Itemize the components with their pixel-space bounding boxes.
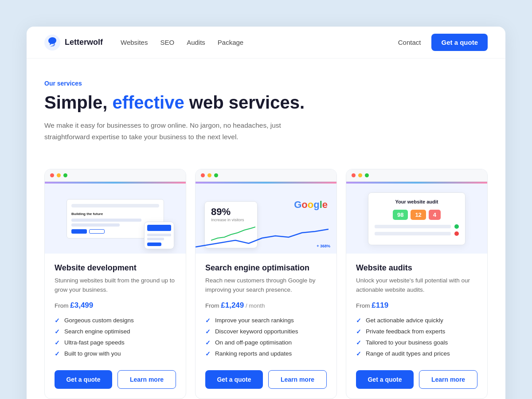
list-item: ✓Discover keyword opportunities <box>205 328 327 335</box>
hero-description: We make it easy for businesses to grow o… <box>44 120 293 142</box>
card3-features: ✓Get actionable advice quickly ✓Private … <box>356 317 477 361</box>
card3-cta-secondary[interactable]: Learn more <box>419 370 477 389</box>
logo[interactable]: Letterwolf <box>44 35 103 51</box>
card2-seo-mockup: 89% Increase in visitors Google + 368% <box>196 184 336 254</box>
card1-desc: Stunning websites built from the ground … <box>55 276 176 295</box>
card1-actions: Get a quote Learn more <box>55 370 176 389</box>
audit-scores: 98 12 4 <box>375 210 459 220</box>
browser-bar-3 <box>346 169 487 182</box>
card1-title: Website development <box>55 263 176 273</box>
hero-title: Simple, effective web services. <box>44 92 488 113</box>
check-icon: ✓ <box>356 350 361 357</box>
check-icon: ✓ <box>356 328 361 335</box>
check-icon: ✓ <box>55 328 60 335</box>
nav-seo[interactable]: SEO <box>160 39 174 46</box>
list-item: ✓Improve your search rankings <box>205 317 327 324</box>
dot-green-2 <box>214 173 218 177</box>
card3-price-val: £119 <box>372 301 388 309</box>
card3-audit-mockup: Your website audit 98 12 4 <box>346 184 487 254</box>
audit-title: Your website audit <box>375 199 459 204</box>
audit-dot-red <box>454 231 459 236</box>
card3-cta-primary[interactable]: Get a quote <box>356 370 414 389</box>
card1-browser-mockup: Building the future <box>45 184 186 254</box>
seo-change: + 368% <box>317 244 330 248</box>
card2-features: ✓Improve your search rankings ✓Discover … <box>205 317 327 361</box>
card3-body: Website audits Unlock your website's ful… <box>346 254 487 399</box>
seo-sub: Increase in visitors <box>211 218 251 222</box>
list-item: ✓Range of audit types and prices <box>356 350 477 357</box>
check-icon: ✓ <box>205 350 211 357</box>
list-item: ✓Search engine optimised <box>55 328 176 335</box>
check-icon: ✓ <box>356 317 361 324</box>
card3-desc: Unlock your website's full potential wit… <box>356 276 477 295</box>
nav-contact[interactable]: Contact <box>398 39 421 46</box>
dot-yellow-2 <box>207 173 211 177</box>
hero-section: Our services Simple, effective web servi… <box>27 59 505 156</box>
google-logo: Google <box>294 199 328 211</box>
check-icon: ✓ <box>55 317 60 324</box>
section-label: Our services <box>44 80 488 87</box>
seo-pct: 89% <box>211 206 251 218</box>
score-orange: 12 <box>411 210 426 220</box>
brand-name: Letterwolf <box>65 38 103 47</box>
url-bar <box>71 204 159 207</box>
card2-actions: Get a quote Learn more <box>205 370 327 389</box>
audit-card: Your website audit 98 12 4 <box>368 192 466 245</box>
dot-red-1 <box>50 173 54 177</box>
list-item: ✓Built to grow with you <box>55 350 176 357</box>
card2-cta-secondary[interactable]: Learn more <box>268 370 327 389</box>
nav-right: Contact Get a quote <box>398 34 488 51</box>
card1-cta-secondary[interactable]: Learn more <box>117 370 176 389</box>
list-item: ✓Get actionable advice quickly <box>356 317 477 324</box>
dot-green-1 <box>63 173 67 177</box>
card-audits: Your website audit 98 12 4 <box>346 169 488 399</box>
card-seo: 89% Increase in visitors Google + 368% <box>195 169 337 399</box>
logo-icon <box>44 35 60 51</box>
card2-cta-primary[interactable]: Get a quote <box>205 370 263 389</box>
hero-title-plain: Simple, <box>44 93 107 112</box>
hero-title-accent: effective <box>112 93 184 112</box>
check-icon: ✓ <box>55 350 60 357</box>
dot-green-3 <box>365 173 369 177</box>
check-icon: ✓ <box>205 328 211 335</box>
card1-body: Website development Stunning websites bu… <box>45 254 186 399</box>
nav-audits[interactable]: Audits <box>187 39 205 46</box>
audit-row-1 <box>375 224 459 229</box>
card1-cta-primary[interactable]: Get a quote <box>55 370 112 389</box>
nav-links: Websites SEO Audits Package <box>121 39 398 46</box>
nav-cta-button[interactable]: Get a quote <box>431 34 488 51</box>
dot-red-3 <box>352 173 356 177</box>
hero-title-end: web services. <box>189 93 305 112</box>
card3-price: From £119 <box>356 301 477 310</box>
list-item: ✓Ranking reports and updates <box>205 350 327 357</box>
nav-websites[interactable]: Websites <box>121 39 148 46</box>
check-icon: ✓ <box>205 317 211 324</box>
list-item: ✓On and off-page optimisation <box>205 339 327 346</box>
card1-price-val: £3,499 <box>70 301 93 309</box>
audit-dot-green <box>454 224 459 229</box>
card3-title: Website audits <box>356 263 477 273</box>
card2-desc: Reach new customers through Google by im… <box>205 276 327 295</box>
card3-actions: Get a quote Learn more <box>356 370 477 389</box>
cards-grid: Building the future <box>27 156 505 399</box>
card2-title: Search engine optimisation <box>205 263 327 273</box>
page-wrapper: Letterwolf Websites SEO Audits Package C… <box>27 27 505 399</box>
card3-image: Your website audit 98 12 4 <box>346 169 487 254</box>
card2-per-month: / month <box>246 302 265 309</box>
dot-red-2 <box>201 173 205 177</box>
list-item: ✓Tailored to your business goals <box>356 339 477 346</box>
card1-features: ✓Gorgeous custom designs ✓Search engine … <box>55 317 176 361</box>
score-green: 98 <box>393 210 408 220</box>
list-item: ✓Private feedback from experts <box>356 328 477 335</box>
nav-package[interactable]: Package <box>218 39 243 46</box>
check-icon: ✓ <box>205 339 211 346</box>
audit-row-2 <box>375 231 459 236</box>
navbar: Letterwolf Websites SEO Audits Package C… <box>27 27 505 59</box>
card2-price: From £1,249 / month <box>205 301 327 310</box>
card1-price: From £3,499 <box>55 301 176 310</box>
dot-yellow-1 <box>57 173 61 177</box>
check-icon: ✓ <box>356 339 361 346</box>
dot-yellow-3 <box>358 173 362 177</box>
card2-body: Search engine optimisation Reach new cus… <box>196 254 336 399</box>
score-red: 4 <box>429 210 441 220</box>
